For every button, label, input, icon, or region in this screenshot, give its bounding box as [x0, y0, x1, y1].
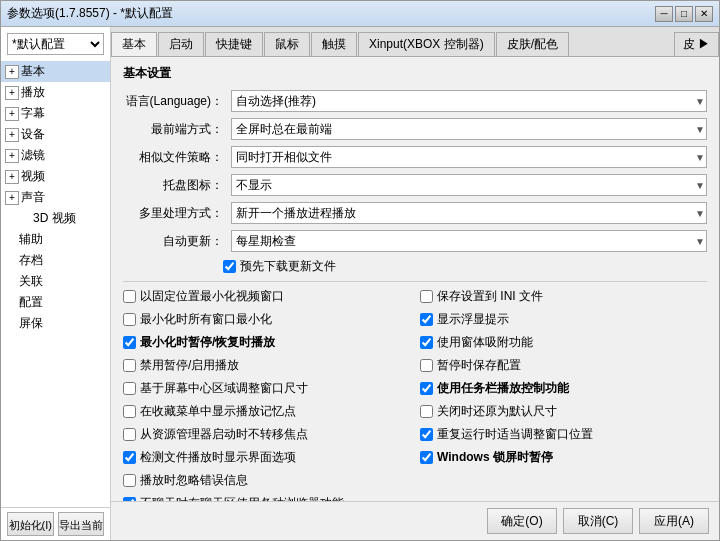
checkbox-label-left-8: 播放时忽略错误信息 — [140, 472, 248, 489]
title-buttons: ─ □ ✕ — [655, 6, 713, 22]
sidebar-item-audio[interactable]: +声音 — [1, 187, 110, 208]
tree-expander-filter[interactable]: + — [5, 149, 19, 163]
panel-content: 基本设置 语言(Language)：自动选择(推荐)▼最前端方式：全屏时总在最前… — [111, 57, 719, 501]
form-select-2[interactable]: 同时打开相似文件 — [231, 146, 707, 168]
sidebar-item-label-filter: 滤镜 — [21, 147, 45, 164]
sidebar: *默认配置 +基本+播放+字幕+设备+滤镜+视频+声音3D 视频辅助存档关联配置… — [1, 27, 111, 540]
checkbox-input-right-0[interactable] — [420, 290, 433, 303]
tab-touch[interactable]: 触摸 — [311, 32, 357, 57]
sidebar-item-label-save: 存档 — [19, 252, 43, 269]
form-row-5: 自动更新：每星期检查▼ — [123, 230, 707, 252]
predownload-checkbox[interactable] — [223, 260, 236, 273]
checkbox-input-right-7[interactable] — [420, 451, 433, 464]
sidebar-item-device[interactable]: +设备 — [1, 124, 110, 145]
checkbox-left-1: 最小化时所有窗口最小化 — [123, 311, 410, 328]
form-select-3[interactable]: 不显示 — [231, 174, 707, 196]
checkbox-left-7: 检测文件播放时显示界面选项 — [123, 449, 410, 466]
predownload-row: 预先下载更新文件 — [123, 258, 707, 275]
select-wrapper-3: 不显示▼ — [231, 174, 707, 196]
checkbox-input-left-7[interactable] — [123, 451, 136, 464]
checkbox-label-left-1: 最小化时所有窗口最小化 — [140, 311, 272, 328]
checkbox-input-left-2[interactable] — [123, 336, 136, 349]
sidebar-item-screen[interactable]: 屏保 — [1, 313, 110, 334]
checkbox-input-right-1[interactable] — [420, 313, 433, 326]
sidebar-item-font[interactable]: +字幕 — [1, 103, 110, 124]
sidebar-item-play[interactable]: +播放 — [1, 82, 110, 103]
checkbox-label-right-3: 暂停时保存配置 — [437, 357, 521, 374]
checkbox-input-left-5[interactable] — [123, 405, 136, 418]
sidebar-item-label-assist: 辅助 — [19, 231, 43, 248]
checkbox-label-left-4: 基于屏幕中心区域调整窗口尺寸 — [140, 380, 308, 397]
ok-button[interactable]: 确定(O) — [487, 508, 557, 534]
apply-button[interactable]: 应用(A) — [639, 508, 709, 534]
form-select-1[interactable]: 全屏时总在最前端 — [231, 118, 707, 140]
checkbox-right-3: 暂停时保存配置 — [420, 357, 707, 374]
sidebar-item-label-video: 视频 — [21, 168, 45, 185]
checkbox-input-left-8[interactable] — [123, 474, 136, 487]
select-wrapper-5: 每星期检查▼ — [231, 230, 707, 252]
form-select-4[interactable]: 新开一个播放进程播放 — [231, 202, 707, 224]
checkbox-label-left-7: 检测文件播放时显示界面选项 — [140, 449, 296, 466]
sidebar-item-shortcut[interactable]: 关联 — [1, 271, 110, 292]
tabs-bar: 基本启动快捷键鼠标触摸Xinput(XBOX 控制器)皮肤/配色皮 ▶ — [111, 27, 719, 57]
form-select-5[interactable]: 每星期检查 — [231, 230, 707, 252]
select-wrapper-1: 全屏时总在最前端▼ — [231, 118, 707, 140]
tree-expander-video[interactable]: + — [5, 170, 19, 184]
sidebar-item-config[interactable]: 配置 — [1, 292, 110, 313]
checkbox-input-left-1[interactable] — [123, 313, 136, 326]
tab-skin[interactable]: 皮肤/配色 — [496, 32, 569, 57]
tab-xinput[interactable]: Xinput(XBOX 控制器) — [358, 32, 495, 57]
checkbox-input-right-5[interactable] — [420, 405, 433, 418]
tab-more[interactable]: 皮 ▶ — [674, 32, 719, 57]
tree-expander-device[interactable]: + — [5, 128, 19, 142]
export-button[interactable]: 导出当前配置(S)... — [58, 512, 105, 536]
form-row-4: 多里处理方式：新开一个播放进程播放▼ — [123, 202, 707, 224]
form-label-4: 多里处理方式： — [123, 205, 223, 222]
checkbox-right-2: 使用窗体吸附功能 — [420, 334, 707, 351]
tree-expander-font[interactable]: + — [5, 107, 19, 121]
checkbox-left-4: 基于屏幕中心区域调整窗口尺寸 — [123, 380, 410, 397]
sidebar-item-label-screen: 屏保 — [19, 315, 43, 332]
maximize-button[interactable]: □ — [675, 6, 693, 22]
tab-start[interactable]: 启动 — [158, 32, 204, 57]
close-button[interactable]: ✕ — [695, 6, 713, 22]
sidebar-item-basic[interactable]: +基本 — [1, 61, 110, 82]
select-wrapper-4: 新开一个播放进程播放▼ — [231, 202, 707, 224]
checkbox-label-right-5: 关闭时还原为默认尺寸 — [437, 403, 557, 420]
select-wrapper-2: 同时打开相似文件▼ — [231, 146, 707, 168]
sidebar-item-label-audio: 声音 — [21, 189, 45, 206]
sidebar-item-3d[interactable]: 3D 视频 — [1, 208, 110, 229]
tree-expander-basic[interactable]: + — [5, 65, 19, 79]
form-label-0: 语言(Language)： — [123, 93, 223, 110]
tree-expander-audio[interactable]: + — [5, 191, 19, 205]
checkbox-input-left-0[interactable] — [123, 290, 136, 303]
form-row-1: 最前端方式：全屏时总在最前端▼ — [123, 118, 707, 140]
form-select-0[interactable]: 自动选择(推荐) — [231, 90, 707, 112]
tab-mouse[interactable]: 鼠标 — [264, 32, 310, 57]
checkbox-left-5: 在收藏菜单中显示播放记忆点 — [123, 403, 410, 420]
sidebar-item-assist[interactable]: 辅助 — [1, 229, 110, 250]
checkbox-input-right-2[interactable] — [420, 336, 433, 349]
minimize-button[interactable]: ─ — [655, 6, 673, 22]
sidebar-item-label-font: 字幕 — [21, 105, 45, 122]
profile-select[interactable]: *默认配置 — [7, 33, 104, 55]
title-bar: 参数选项(1.7.8557) - *默认配置 ─ □ ✕ — [1, 1, 719, 27]
tree-expander-play[interactable]: + — [5, 86, 19, 100]
checkbox-input-right-6[interactable] — [420, 428, 433, 441]
sidebar-item-label-config: 配置 — [19, 294, 43, 311]
sidebar-item-save[interactable]: 存档 — [1, 250, 110, 271]
init-button[interactable]: 初始化(I) — [7, 512, 54, 536]
checkbox-input-right-3[interactable] — [420, 359, 433, 372]
checkbox-left-2: 最小化时暂停/恢复时播放 — [123, 334, 410, 351]
checkbox-input-left-4[interactable] — [123, 382, 136, 395]
cancel-button[interactable]: 取消(C) — [563, 508, 633, 534]
checkbox-input-left-3[interactable] — [123, 359, 136, 372]
form-label-3: 托盘图标： — [123, 177, 223, 194]
tab-basic[interactable]: 基本 — [111, 32, 157, 57]
checkbox-input-right-4[interactable] — [420, 382, 433, 395]
sidebar-item-filter[interactable]: +滤镜 — [1, 145, 110, 166]
tab-shortcut[interactable]: 快捷键 — [205, 32, 263, 57]
checkbox-input-left-6[interactable] — [123, 428, 136, 441]
sidebar-item-label-3d: 3D 视频 — [33, 210, 76, 227]
sidebar-item-video[interactable]: +视频 — [1, 166, 110, 187]
